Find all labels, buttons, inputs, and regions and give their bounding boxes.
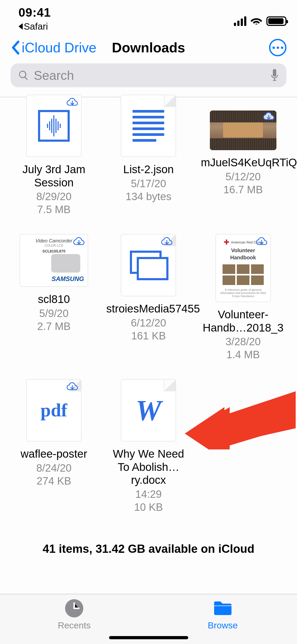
file-thumbnail: [121, 234, 176, 296]
cloud-download-icon: [161, 237, 173, 247]
collection-icon: [130, 251, 167, 280]
file-date: 5/17/20: [131, 178, 166, 190]
microphone-icon: [270, 69, 279, 82]
file-item[interactable]: mJuelS4KeUqRTiQY 5/12/20 16.7 MB: [200, 95, 286, 215]
file-thumbnail: ✚American Red Cross Volunteer Handbook A…: [215, 234, 271, 302]
file-name: List-2.json: [123, 163, 174, 176]
file-thumbnail: Video Camcorder COLOR LCD SCL810/L870 SA…: [20, 234, 88, 287]
cloud-download-icon: [66, 98, 78, 107]
file-date: 6/12/20: [131, 317, 166, 329]
file-item[interactable]: List-2.json 5/17/20 134 bytes: [105, 95, 192, 215]
file-date: 5/9/20: [39, 307, 69, 319]
word-file-icon: W: [136, 394, 162, 427]
clock-icon: [64, 599, 84, 618]
file-name: scl810: [38, 293, 70, 306]
back-button[interactable]: iCloud Drive: [11, 40, 96, 56]
status-right: [234, 8, 286, 34]
status-bar: 09:41 Safari: [0, 0, 297, 34]
cloud-download-icon: [73, 237, 85, 247]
file-grid: July 3rd Jam Session 8/29/20 7.5 MB List…: [0, 95, 297, 513]
text-file-icon: [133, 110, 164, 142]
cloud-download-icon: [263, 112, 275, 122]
wifi-icon: [251, 16, 262, 26]
file-date: 3/28/20: [225, 336, 261, 348]
file-item[interactable]: pdf waflee-poster 8/24/20 274 KB: [11, 379, 97, 513]
file-size: 2.7 MB: [37, 320, 71, 332]
more-options-button[interactable]: [269, 39, 286, 56]
ellipsis-icon: [272, 47, 283, 49]
pdf-file-icon: pdf: [41, 400, 67, 421]
folder-icon: [213, 599, 233, 618]
file-name: July 3rd Jam Session: [12, 163, 96, 189]
back-to-app[interactable]: Safari: [18, 21, 51, 32]
file-name: stroiesMedia57455: [106, 302, 191, 315]
file-item[interactable]: stroiesMedia57455 6/12/20 161 KB: [105, 234, 192, 361]
file-thumbnail: [121, 95, 176, 157]
file-name: Why We Need To Abolish…ry.docx: [106, 447, 191, 487]
battery-icon: [266, 16, 286, 26]
tab-label: Browse: [208, 620, 238, 631]
footer-summary: 41 items, 31.42 GB available on iCloud: [0, 542, 297, 555]
file-item[interactable]: Video Camcorder COLOR LCD SCL810/L870 SA…: [11, 234, 97, 361]
file-item[interactable]: July 3rd Jam Session 8/29/20 7.5 MB: [11, 95, 97, 215]
cellular-icon: [234, 16, 246, 26]
file-size: 10 KB: [134, 501, 163, 513]
back-label: iCloud Drive: [22, 40, 96, 56]
file-item[interactable]: W Why We Need To Abolish…ry.docx 14:29 1…: [105, 379, 192, 513]
navigation-bar: iCloud Drive Downloads: [0, 34, 297, 61]
home-indicator: [109, 636, 188, 639]
chevron-left-icon: [11, 40, 20, 55]
file-date: 8/24/20: [36, 462, 71, 474]
file-date: 14:29: [135, 488, 162, 500]
back-app-label: Safari: [24, 21, 48, 32]
search-placeholder: Search: [34, 68, 265, 83]
back-triangle-icon: [18, 23, 23, 30]
file-size: 1.4 MB: [226, 349, 260, 361]
file-thumbnail: [210, 111, 276, 150]
file-size: 161 KB: [131, 330, 166, 342]
tab-label: Recents: [58, 620, 91, 631]
search-field[interactable]: Search: [11, 63, 286, 87]
file-size: 274 KB: [37, 475, 71, 487]
file-name: waflee-poster: [21, 447, 87, 461]
file-item[interactable]: ✚American Red Cross Volunteer Handbook A…: [200, 234, 286, 361]
file-size: 16.7 MB: [223, 184, 263, 196]
audio-waveform-icon: [38, 110, 70, 142]
file-thumbnail: [26, 95, 82, 157]
file-name: Volunteer-Handb…2018_3: [201, 308, 285, 334]
file-date: 8/29/20: [36, 191, 71, 203]
tab-bar: Recents Browse: [0, 594, 297, 644]
file-thumbnail: pdf: [26, 379, 82, 441]
cloud-download-icon: [66, 382, 78, 392]
file-size: 134 bytes: [126, 191, 171, 203]
file-date: 5/12/20: [225, 171, 261, 183]
cloud-download-icon: [256, 237, 268, 247]
status-time: 09:41: [18, 5, 51, 20]
file-thumbnail: W: [121, 379, 176, 441]
search-icon: [18, 70, 29, 81]
file-size: 7.5 MB: [37, 204, 71, 215]
file-name: mJuelS4KeUqRTiQY: [201, 156, 285, 169]
